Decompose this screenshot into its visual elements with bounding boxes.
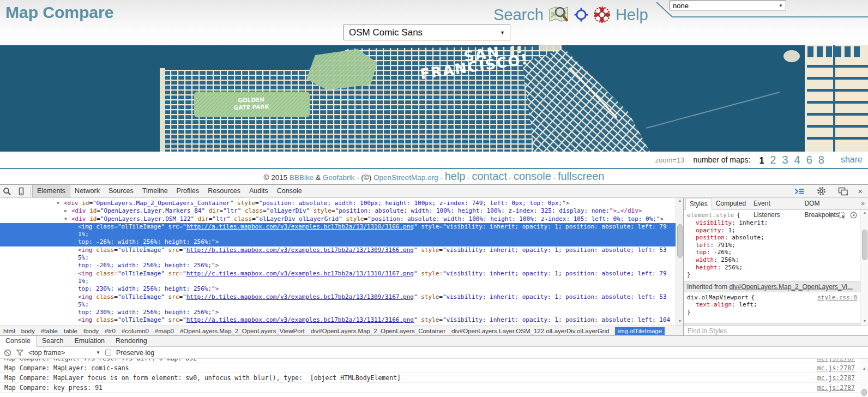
footer-link-console[interactable]: console xyxy=(514,170,551,182)
tile-url-link[interactable]: http://a.tiles.mapbox.com/v3/examples.bc… xyxy=(186,316,414,323)
filter-icon[interactable] xyxy=(16,350,23,356)
breadcrumb-item[interactable]: #tr0 xyxy=(105,328,116,334)
console-source-link[interactable]: mc.js:2787 xyxy=(817,364,855,372)
tree-node-img-2[interactable]: <img class="olTileImage" src="http://c.t… xyxy=(0,270,676,293)
css-property[interactable]: width: 256%; xyxy=(684,256,860,264)
inherited-node-link[interactable]: div#OpenLayers.Map_2_OpenLayers_Vi... xyxy=(729,283,853,291)
preserve-log-checkbox[interactable] xyxy=(105,350,111,356)
sidebar-tab-event-listeners[interactable]: Event Listeners xyxy=(750,198,800,209)
clear-console-icon[interactable] xyxy=(4,349,11,357)
bbbike-link[interactable]: BBBike xyxy=(290,173,314,182)
console-tab-emulation[interactable]: Emulation xyxy=(69,336,110,346)
map-count-8[interactable]: 8 xyxy=(818,154,824,166)
breadcrumb-item[interactable]: tbody xyxy=(83,328,99,334)
console-source-link[interactable]: mc.js:2787 xyxy=(817,374,855,382)
scrollbar-thumb[interactable] xyxy=(862,230,867,260)
share-link[interactable]: share xyxy=(841,155,863,165)
tree-node-img-3[interactable]: <img class="olTileImage" src="http://b.t… xyxy=(0,293,676,317)
inspect-element-icon[interactable] xyxy=(0,185,14,197)
scroll-up-icon[interactable]: ▲ xyxy=(676,198,684,204)
breadcrumb-item[interactable]: img.olTileImage xyxy=(615,327,665,335)
scroll-up-icon[interactable]: ▲ xyxy=(861,210,868,216)
scrollbar-thumb[interactable] xyxy=(861,389,867,396)
console-tab-search[interactable]: Search xyxy=(37,336,69,346)
gear-icon[interactable] xyxy=(814,185,828,197)
geofabrik-link[interactable]: Geofabrik xyxy=(323,173,355,182)
css-property[interactable]: position: absolute; xyxy=(684,234,860,242)
map-search-icon[interactable] xyxy=(548,5,569,24)
sidebar-tab-dom-breakpoints[interactable]: DOM Breakpoints xyxy=(800,198,858,209)
geolocate-icon[interactable] xyxy=(574,8,588,22)
scroll-down-icon[interactable]: ▼ xyxy=(861,319,868,325)
new-style-rule-icon[interactable] xyxy=(828,212,834,218)
breadcrumb-item[interactable]: body xyxy=(21,328,35,334)
close-icon[interactable]: × xyxy=(858,187,863,195)
openstreetmap-link[interactable]: OpenStreetMap.org xyxy=(373,173,438,182)
sidebar-tabs-overflow-icon[interactable]: » xyxy=(858,198,868,209)
css-property[interactable]: visibility: inherit; xyxy=(684,219,860,227)
console-source-link[interactable]: mc.js:2787 xyxy=(817,384,855,392)
css-property[interactable]: text-align: left; xyxy=(684,301,860,309)
console-drawer-icon[interactable] xyxy=(792,185,806,197)
console-tab-rendering[interactable]: Rendering xyxy=(110,336,153,346)
scroll-down-icon[interactable]: ▼ xyxy=(676,319,684,325)
map-style-select[interactable]: OSM Comic Sans ▼ xyxy=(343,25,510,40)
breadcrumb-item[interactable]: table xyxy=(64,328,77,334)
devtools-tab-resources[interactable]: Resources xyxy=(203,185,245,197)
breadcrumb-item[interactable]: html xyxy=(3,328,15,334)
tree-node-div-2[interactable]: ▼<div id="OpenLayers.Layer.OSM_122" dir=… xyxy=(0,215,676,223)
map-viewport[interactable]: GOLDEN GATE PARK xyxy=(0,45,868,152)
lifebuoy-help-icon[interactable] xyxy=(593,6,611,23)
search-link[interactable]: Search xyxy=(493,6,544,24)
breadcrumb-item[interactable]: #OpenLayers.Map_2_OpenLayers_ViewPort xyxy=(180,328,305,334)
breadcrumb-item[interactable]: div#OpenLayers.Layer.OSM_122.olLayerDiv.… xyxy=(451,328,609,334)
tree-node-div-1[interactable]: ▶<div id="OpenLayers.Layer.Markers_84" d… xyxy=(0,207,676,215)
animations-icon[interactable] xyxy=(850,212,857,219)
map-count-6[interactable]: 6 xyxy=(806,154,812,166)
elements-tree-scrollbar[interactable]: ▲ ▼ xyxy=(676,198,683,326)
breadcrumb-item[interactable]: div#OpenLayers.Map_2_OpenLayers_Containe… xyxy=(311,328,445,334)
breadcrumb-item[interactable]: #column0 xyxy=(122,328,149,334)
devtools-tab-profiles[interactable]: Profiles xyxy=(172,185,204,197)
devtools-tab-sources[interactable]: Sources xyxy=(104,185,138,197)
devtools-tab-timeline[interactable]: Timeline xyxy=(138,185,172,197)
frame-select[interactable]: <top frame> ▼ xyxy=(28,349,100,357)
devtools-tab-elements[interactable]: Elements xyxy=(32,185,70,197)
sidebar-tab-computed[interactable]: Computed xyxy=(712,198,750,209)
devtools-tab-console[interactable]: Console xyxy=(273,185,306,197)
tile-url-link[interactable]: http://b.tiles.mapbox.com/v3/examples.bc… xyxy=(186,246,414,254)
map-count-2[interactable]: 2 xyxy=(770,154,776,166)
find-in-styles-input[interactable]: Find in Styles xyxy=(684,326,868,335)
sidebar-tab-styles[interactable]: Styles xyxy=(685,198,712,210)
css-property[interactable]: opacity: 1; xyxy=(684,227,860,234)
css-property[interactable]: top: -26%; xyxy=(684,249,860,256)
tree-node-img-4[interactable]: <img class="olTileImage" src="http://a.t… xyxy=(0,316,676,326)
footer-link-fullscreen[interactable]: fullscreen xyxy=(558,170,605,182)
scrollbar-thumb[interactable] xyxy=(677,224,683,258)
styles-scrollbar[interactable]: ▲ ▼ xyxy=(860,210,868,326)
console-source-link[interactable]: mc.js:2787 xyxy=(817,359,855,362)
tree-node-img-0[interactable]: <img class="olTileImage" src="http://a.t… xyxy=(0,223,676,246)
footer-link-contact[interactable]: contact xyxy=(472,170,507,182)
map-count-4[interactable]: 4 xyxy=(794,154,800,166)
pseudo-state-icon[interactable] xyxy=(839,212,846,219)
scroll-up-icon[interactable]: ▲ xyxy=(860,366,868,372)
stylesheet-source-link[interactable]: style.css:8 xyxy=(817,294,857,301)
breadcrumb-item[interactable]: #map0 xyxy=(155,328,174,334)
second-map-select[interactable]: none ▼ xyxy=(670,1,786,10)
console-tab-console[interactable]: Console xyxy=(0,336,37,347)
devtools-tab-network[interactable]: Network xyxy=(70,185,104,197)
css-property[interactable]: height: 256%; xyxy=(684,264,860,272)
console-scrollbar[interactable]: ▲ xyxy=(860,359,868,397)
map-count-3[interactable]: 3 xyxy=(782,154,788,166)
css-property[interactable]: left: 791%; xyxy=(684,242,860,249)
footer-link-help[interactable]: help xyxy=(445,170,466,182)
tree-node-img-1[interactable]: <img class="olTileImage" src="http://b.t… xyxy=(0,246,676,270)
breadcrumb-item[interactable]: #table xyxy=(41,328,58,334)
help-link[interactable]: Help xyxy=(616,6,648,24)
devtools-tab-audits[interactable]: Audits xyxy=(245,185,273,197)
dock-side-icon[interactable] xyxy=(836,185,850,197)
tile-url-link[interactable]: http://c.tiles.mapbox.com/v3/examples.bc… xyxy=(186,270,414,277)
tile-url-link[interactable]: http://a.tiles.mapbox.com/v3/examples.bc… xyxy=(186,223,414,230)
tree-node-div-0[interactable]: ▼<div id="OpenLayers.Map_2_OpenLayers_Co… xyxy=(0,200,676,207)
